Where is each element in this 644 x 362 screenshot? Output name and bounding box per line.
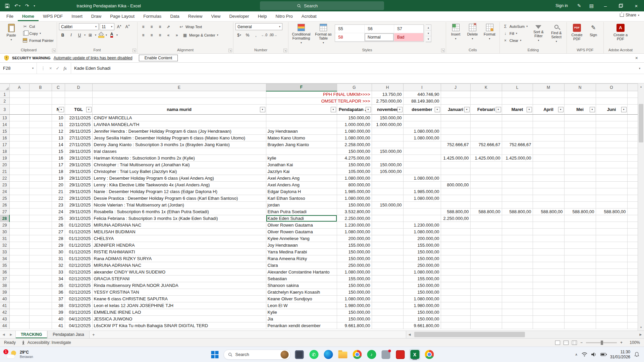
row-header-41[interactable]: 41 bbox=[0, 302, 9, 309]
cell-F44[interactable]: Penarikan xendit desember bbox=[266, 322, 337, 329]
cell-F20[interactable]: Jonathan Kai bbox=[266, 162, 337, 168]
cell-J14[interactable] bbox=[441, 121, 470, 128]
cell-I44[interactable]: 9.661.800,00 bbox=[403, 322, 441, 329]
cell-N25[interactable] bbox=[564, 195, 596, 202]
cell-E24[interactable]: Nanie : Desember Holiday Program 12 clas… bbox=[92, 188, 266, 195]
app-icon-chrome[interactable] bbox=[352, 349, 363, 360]
cell-L23[interactable] bbox=[502, 182, 533, 188]
cell-E35[interactable]: MIRUNA ADRIANA NAC bbox=[92, 262, 266, 269]
cell-K20[interactable] bbox=[470, 162, 502, 168]
cancel-button[interactable]: × bbox=[49, 66, 52, 71]
cell-A44[interactable] bbox=[9, 322, 29, 329]
cell-G40[interactable]: 1.080.000,00 bbox=[337, 296, 372, 302]
cell-M1[interactable] bbox=[533, 91, 564, 98]
accounting-format-button[interactable]: $▾ bbox=[235, 32, 243, 39]
cell-O28[interactable] bbox=[596, 215, 627, 222]
cell-B3[interactable] bbox=[29, 105, 52, 115]
cell-style-s8[interactable]: S8 bbox=[335, 33, 365, 42]
tab-acrobat[interactable]: Acrobat bbox=[297, 11, 321, 21]
cell-H37[interactable] bbox=[372, 276, 403, 282]
cell-O22[interactable] bbox=[596, 175, 627, 182]
row-header-29[interactable]: 29 bbox=[0, 222, 9, 229]
cell-B44[interactable] bbox=[29, 322, 52, 329]
cell-B42[interactable] bbox=[29, 309, 52, 316]
cell-J39[interactable] bbox=[441, 289, 470, 296]
number-dialog-launcher[interactable]: ↘ bbox=[283, 49, 287, 52]
cell-H19[interactable] bbox=[372, 155, 403, 162]
cell-H31[interactable] bbox=[372, 235, 403, 242]
name-box[interactable]: F28 ▾ bbox=[0, 63, 37, 74]
filter-button-K[interactable]: ▾ bbox=[496, 107, 501, 112]
cell-E36[interactable]: alexander CINDY WULAN SUDEWO bbox=[92, 269, 266, 276]
cell-M31[interactable] bbox=[533, 235, 564, 242]
cell-O1[interactable] bbox=[596, 91, 627, 98]
cell-M25[interactable] bbox=[533, 195, 564, 202]
cell-B21[interactable] bbox=[29, 168, 52, 175]
cell-D41[interactable]: 03/12/2025 bbox=[65, 302, 92, 309]
cell-E44[interactable]: L6sCKW PT Kika Tu mbuh Bahagia SINAR DIG… bbox=[92, 322, 266, 329]
cell-E21[interactable]: Christopher : Trial Lucy Ballet (Jazzlyn… bbox=[92, 168, 266, 175]
cell-K16[interactable] bbox=[470, 135, 502, 141]
cell-J2[interactable] bbox=[441, 98, 470, 105]
horizontal-scroll-thumb[interactable] bbox=[414, 332, 525, 337]
cell-O25[interactable] bbox=[596, 195, 627, 202]
cell-I32[interactable]: 155.000,00 bbox=[403, 242, 441, 249]
cell-F21[interactable]: Jazzlyn Kai bbox=[266, 168, 337, 175]
row-header-38[interactable]: 38 bbox=[0, 282, 9, 289]
cell-D18[interactable]: 28/11/2025 bbox=[65, 148, 92, 155]
cell-N26[interactable] bbox=[564, 202, 596, 208]
cell-M40[interactable] bbox=[533, 296, 564, 302]
cell-H14[interactable]: 1.000.000,00 bbox=[372, 121, 403, 128]
cell-E43[interactable]: JESSICA JUWONO bbox=[92, 316, 266, 322]
cell-L14[interactable] bbox=[502, 121, 533, 128]
cell-A34[interactable] bbox=[9, 255, 29, 262]
number-format-select[interactable]: General▾ bbox=[235, 23, 282, 30]
cell-J40[interactable] bbox=[441, 296, 470, 302]
cell-B29[interactable] bbox=[29, 222, 52, 229]
wrap-text-button[interactable]: ↩Wrap Text bbox=[178, 23, 203, 30]
filter-button-J[interactable]: ▾ bbox=[464, 107, 470, 112]
cell-H20[interactable]: 150.000,00 bbox=[372, 162, 403, 168]
cell-C14[interactable]: 11 bbox=[52, 121, 65, 128]
cell-N37[interactable] bbox=[564, 276, 596, 282]
cell-F38[interactable]: Shanoon sakina bbox=[266, 282, 337, 289]
align-center-button[interactable]: ≡ bbox=[148, 32, 155, 39]
cell-D35[interactable]: 02/12/2025 bbox=[65, 262, 92, 269]
row-header-42[interactable]: 42 bbox=[0, 309, 9, 316]
cell-C25[interactable]: 22 bbox=[52, 195, 65, 202]
cell-I43[interactable]: 150.000,00 bbox=[403, 316, 441, 322]
cell-J35[interactable] bbox=[441, 262, 470, 269]
app-icon-edge[interactable] bbox=[323, 349, 334, 360]
cell-K43[interactable] bbox=[470, 316, 502, 322]
cell-I40[interactable]: 1.080.000,00 bbox=[403, 296, 441, 302]
cell-K23[interactable] bbox=[470, 182, 502, 188]
cell-F33[interactable]: Yarra Medina Farabi bbox=[266, 249, 337, 255]
cell-K37[interactable] bbox=[470, 276, 502, 282]
row-header-33[interactable]: 33 bbox=[0, 249, 9, 255]
cell-D44[interactable]: 04/12/2025 bbox=[65, 322, 92, 329]
cell-D20[interactable]: 29/11/2025 bbox=[65, 162, 92, 168]
cell-H33[interactable] bbox=[372, 249, 403, 255]
cell-B16[interactable] bbox=[29, 135, 52, 141]
cell-H40[interactable] bbox=[372, 296, 403, 302]
align-top-button[interactable]: ≡ bbox=[140, 23, 147, 30]
cell-L34[interactable] bbox=[502, 255, 533, 262]
decrease-font-size-button[interactable]: A▾ bbox=[124, 23, 131, 30]
cell-O16[interactable] bbox=[596, 135, 627, 141]
cell-M19[interactable] bbox=[533, 155, 564, 162]
cell-G20[interactable]: 150.000,00 bbox=[337, 162, 372, 168]
tab-help[interactable]: Help bbox=[254, 11, 271, 21]
cell-M29[interactable] bbox=[533, 222, 564, 229]
clear-button[interactable]: ×Clear▾ bbox=[502, 37, 529, 44]
row-header-27[interactable]: 27 bbox=[0, 208, 9, 215]
cell-I15[interactable]: 1.080.000,00 bbox=[403, 128, 441, 135]
cell-O23[interactable] bbox=[596, 182, 627, 188]
cell-E3[interactable]: nama murid▾ bbox=[92, 105, 266, 115]
cell-K28[interactable] bbox=[470, 215, 502, 222]
cell-G39[interactable]: 150.000,00 bbox=[337, 289, 372, 296]
cell-A28[interactable] bbox=[9, 215, 29, 222]
cell-G14[interactable]: 1.000.000,00 bbox=[337, 121, 372, 128]
cell-H43[interactable] bbox=[372, 316, 403, 322]
cell-C33[interactable]: 30 bbox=[52, 249, 65, 255]
cell-B25[interactable] bbox=[29, 195, 52, 202]
